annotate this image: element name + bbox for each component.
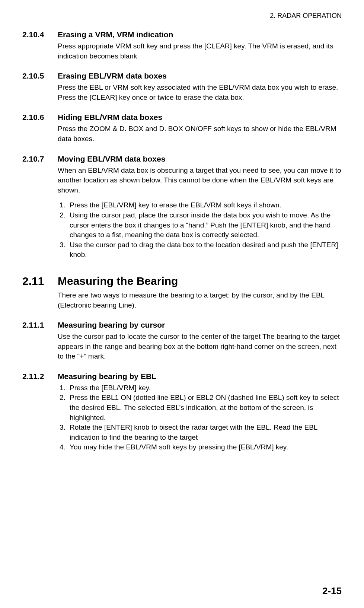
section-2-10-5: 2.10.5 Erasing EBL/VRM data boxes Press … <box>22 71 342 102</box>
section-body: Press the EBL or VRM soft key associated… <box>58 83 342 102</box>
list-item: Using the cursor pad, place the cursor i… <box>67 210 342 240</box>
section-number: 2.10.4 <box>22 30 58 39</box>
section-title: Erasing EBL/VRM data boxes <box>58 71 167 80</box>
section-number: 2.10.7 <box>22 155 58 163</box>
section-number: 2.11 <box>22 275 58 287</box>
ordered-list: Press the [EBL/VRM] key. Press the EBL1 … <box>58 383 342 452</box>
section-2-11-1: 2.11.1 Measuring bearing by cursor Use t… <box>22 321 342 362</box>
section-2-10-6: 2.10.6 Hiding EBL/VRM data boxes Press t… <box>22 113 342 144</box>
list-item: Press the [EBL/VRM] key. <box>67 383 342 393</box>
list-item: Rotate the [ENTER] knob to bisect the ra… <box>67 423 342 442</box>
section-title: Measuring bearing by EBL <box>58 372 156 381</box>
section-2-10-4: 2.10.4 Erasing a VRM, VRM indication Pre… <box>22 30 342 61</box>
section-title: Measuring the Bearing <box>58 275 178 287</box>
section-title: Hiding EBL/VRM data boxes <box>58 113 162 122</box>
section-body: When an EBL/VRM data box is obscuring a … <box>58 166 342 195</box>
page-number: 2-15 <box>322 585 342 597</box>
section-number: 2.11.2 <box>22 372 58 381</box>
section-number: 2.11.1 <box>22 321 58 330</box>
section-title: Erasing a VRM, VRM indication <box>58 30 173 39</box>
section-body: Use the cursor pad to locate the cursor … <box>58 332 342 362</box>
section-title: Measuring bearing by cursor <box>58 321 165 330</box>
list-item: You may hide the EBL/VRM soft keys by pr… <box>67 442 342 452</box>
section-2-11-2: 2.11.2 Measuring bearing by EBL Press th… <box>22 372 342 452</box>
section-2-10-7: 2.10.7 Moving EBL/VRM data boxes When an… <box>22 155 342 260</box>
ordered-list: Press the [EBL/VRM] key to erase the EBL… <box>58 200 342 260</box>
section-body: Press the ZOOM & D. BOX and D. BOX ON/OF… <box>58 124 342 144</box>
section-number: 2.10.5 <box>22 71 58 80</box>
page: 2. RADAR OPERATION 2.10.4 Erasing a VRM,… <box>0 0 364 608</box>
section-number: 2.10.6 <box>22 113 58 122</box>
list-item: Press the [EBL/VRM] key to erase the EBL… <box>67 200 342 210</box>
section-body: There are two ways to measure the bearin… <box>58 290 342 310</box>
list-item: Use the cursor pad to drag the data box … <box>67 240 342 260</box>
list-item: Press the EBL1 ON (dotted line EBL) or E… <box>67 393 342 423</box>
section-body: Press appropriate VRM soft key and press… <box>58 41 342 61</box>
chapter-header: 2. RADAR OPERATION <box>22 12 342 20</box>
section-2-11: 2.11 Measuring the Bearing There are two… <box>22 275 342 310</box>
section-title: Moving EBL/VRM data boxes <box>58 155 165 163</box>
